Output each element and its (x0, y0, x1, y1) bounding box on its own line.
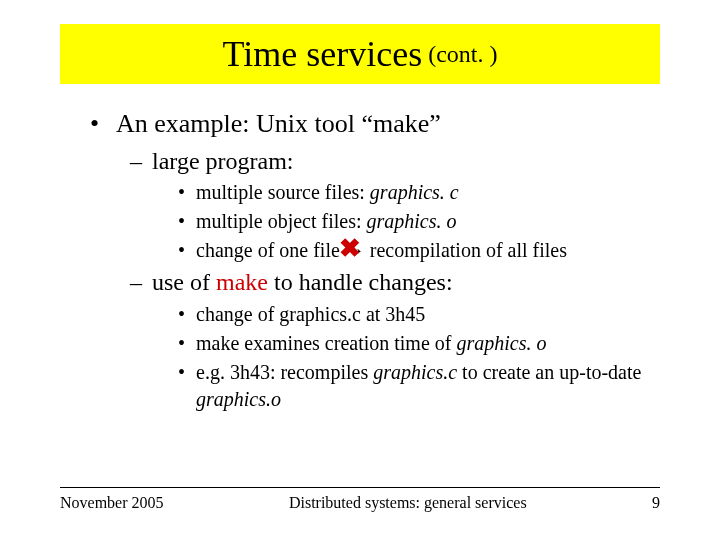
text-italic: graphics. c (370, 181, 459, 203)
bullet-dot-icon: • (178, 237, 196, 264)
text-highlight: make (216, 269, 268, 295)
slide-body: • An example: Unix tool “make” – large p… (60, 100, 660, 415)
text-fragment: change of one file (196, 239, 345, 261)
text-fragment: use of (152, 269, 216, 295)
bullet-text: large program: (152, 145, 294, 177)
bullet-level2: – use of make to handle changes: (130, 266, 660, 298)
bullet-level2: – large program: (130, 145, 660, 177)
arrow-icon: →✖ (345, 237, 365, 264)
bullet-level3: • multiple source files: graphics. c (178, 179, 660, 206)
bullet-level3: • make examines creation time of graphic… (178, 330, 660, 357)
bullet-dot-icon: • (178, 359, 196, 413)
slide: Time services (cont. ) • An example: Uni… (0, 0, 720, 540)
text-italic: graphics. o (367, 210, 457, 232)
text-fragment: recompilation of all files (365, 239, 567, 261)
text-italic: graphics. o (456, 332, 546, 354)
text-fragment: to create an up-to-date (457, 361, 641, 383)
bullet-text: multiple object files: graphics. o (196, 208, 660, 235)
text-italic: graphics.o (196, 388, 281, 410)
bullet-level3: • e.g. 3h43: recompiles graphics.c to cr… (178, 359, 660, 413)
cross-icon: ✖ (339, 231, 361, 266)
bullet-text: e.g. 3h43: recompiles graphics.c to crea… (196, 359, 660, 413)
text-fragment: to handle changes: (268, 269, 453, 295)
footer-title: Distributed systems: general services (289, 494, 527, 512)
bullet-dot-icon: • (90, 106, 116, 141)
bullet-text: multiple source files: graphics. c (196, 179, 660, 206)
bullet-text: use of make to handle changes: (152, 266, 453, 298)
bullet-text: An example: Unix tool “make” (116, 106, 441, 141)
bullet-dot-icon: • (178, 301, 196, 328)
bullet-text: make examines creation time of graphics.… (196, 330, 660, 357)
bullet-level3: • multiple object files: graphics. o (178, 208, 660, 235)
bullet-dot-icon: • (178, 179, 196, 206)
footer-page-number: 9 (652, 494, 660, 512)
text-fragment: multiple source files: (196, 181, 370, 203)
text-fragment: multiple object files: (196, 210, 367, 232)
bullet-dot-icon: • (178, 330, 196, 357)
bullet-level3: • change of one file →✖ recompilation of… (178, 237, 660, 264)
title-suffix: (cont. ) (428, 41, 497, 68)
bullet-text: change of one file →✖ recompilation of a… (196, 237, 660, 264)
bullet-level1: • An example: Unix tool “make” (90, 106, 660, 141)
bullet-dash-icon: – (130, 145, 152, 177)
bullet-level3: • change of graphics.c at 3h45 (178, 301, 660, 328)
slide-title: Time services (cont. ) (60, 24, 660, 84)
footer-date: November 2005 (60, 494, 164, 512)
bullet-dot-icon: • (178, 208, 196, 235)
text-fragment: make examines creation time of (196, 332, 456, 354)
bullet-text: change of graphics.c at 3h45 (196, 301, 660, 328)
bullet-dash-icon: – (130, 266, 152, 298)
slide-footer: November 2005 Distributed systems: gener… (60, 487, 660, 512)
text-italic: graphics.c (373, 361, 457, 383)
title-main: Time services (223, 33, 423, 75)
text-fragment: e.g. 3h43: recompiles (196, 361, 373, 383)
